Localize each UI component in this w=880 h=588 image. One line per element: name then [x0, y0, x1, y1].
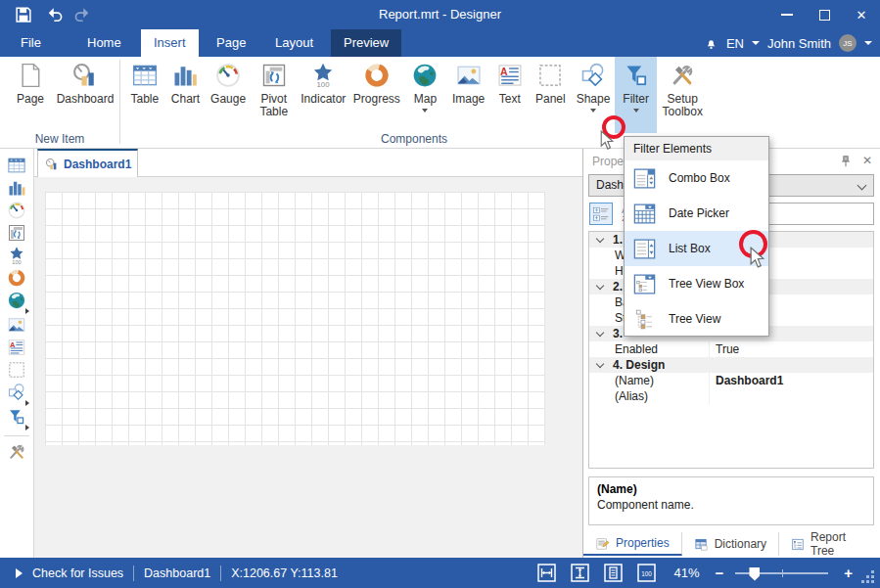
zoom-out-button[interactable]: − — [715, 565, 723, 581]
toolbox-setup-icon[interactable] — [7, 442, 26, 462]
tab-file[interactable]: File — [8, 29, 54, 57]
menu-item-combo-box[interactable]: Combo Box — [625, 160, 768, 196]
zoom-page-height-icon[interactable] — [571, 564, 589, 582]
panel-button[interactable]: Panel — [530, 57, 573, 133]
close-button[interactable]: ✕ — [843, 0, 880, 29]
minimize-button[interactable] — [768, 0, 806, 29]
indicator-button[interactable]: Indicator — [298, 57, 350, 133]
shape-dropdown-arrow-icon[interactable] — [590, 109, 596, 113]
tab-layout[interactable]: Layout — [262, 29, 326, 57]
toolbox-indicator-icon[interactable] — [7, 246, 26, 265]
categorized-icon — [592, 205, 610, 223]
status-coordinates: X:1206.67 Y:113.81 — [231, 566, 338, 580]
zoom-whole-page-icon[interactable] — [604, 564, 623, 582]
filter-dropdown-arrow-icon[interactable] — [633, 109, 639, 113]
page-tab-strip: Dashboard1 — [34, 149, 582, 177]
zoom-slider[interactable] — [735, 572, 828, 574]
chart-button[interactable]: Chart — [165, 57, 207, 133]
user-chevron-down-icon[interactable] — [864, 41, 872, 45]
date-picker-icon — [632, 202, 657, 226]
toolbox-image-icon[interactable] — [7, 315, 26, 335]
zoom-slider-tick — [782, 569, 783, 577]
page-tab-label: Dashboard1 — [64, 158, 131, 171]
filter-icon — [623, 62, 650, 89]
menu-item-date-picker[interactable]: Date Picker — [625, 196, 768, 231]
ribbon: Page Dashboard New Item Table Chart — [0, 57, 880, 149]
table-button[interactable]: Table — [124, 57, 165, 133]
zoom-100-icon[interactable]: 100 — [637, 564, 656, 582]
notifications-bell-icon[interactable] — [704, 36, 718, 51]
toolbox-map-flyout-arrow-icon[interactable] — [25, 308, 29, 314]
pin-icon[interactable] — [839, 155, 853, 168]
tab-page[interactable]: Page — [204, 29, 258, 57]
toolbox-text-icon[interactable] — [7, 338, 26, 357]
dashboard-button[interactable]: Dashboard — [53, 57, 117, 133]
dashboard-tab-icon — [45, 158, 59, 171]
toolbox-pivot-table-icon[interactable] — [7, 223, 26, 243]
text-button[interactable]: Text — [490, 57, 530, 133]
toolbox-progress-icon[interactable] — [7, 268, 26, 288]
toolbox-shape-icon[interactable] — [7, 383, 26, 402]
list-box-icon — [632, 237, 657, 261]
user-name[interactable]: John Smith — [767, 36, 831, 51]
resize-grip[interactable] — [861, 570, 875, 584]
toolbox-map-icon[interactable] — [7, 291, 26, 310]
properties-tab-icon — [595, 536, 610, 551]
progress-button[interactable]: Progress — [349, 57, 404, 133]
dashboard-grid-surface[interactable] — [45, 192, 545, 445]
page-button[interactable]: Page — [8, 57, 53, 133]
chart-icon — [171, 62, 199, 89]
image-button[interactable]: Image — [446, 57, 490, 133]
map-icon — [411, 62, 439, 89]
dictionary-tab-icon — [694, 537, 709, 552]
tab-report-tree[interactable]: Report Tree — [779, 532, 880, 556]
language-selector[interactable]: EN — [726, 36, 744, 51]
toolbox-chart-icon[interactable] — [7, 178, 26, 198]
language-chevron-down-icon[interactable] — [752, 41, 760, 45]
property-row-enabled[interactable]: EnabledTrue — [589, 341, 873, 357]
toolbox-table-icon[interactable] — [7, 156, 26, 175]
toolbox-filter-flyout-arrow-icon[interactable] — [25, 425, 29, 430]
zoom-slider-thumb[interactable] — [749, 567, 760, 581]
property-row-name[interactable]: (Name)Dashboard1 — [589, 373, 873, 388]
avatar[interactable]: JS — [839, 34, 857, 52]
tab-preview[interactable]: Preview — [331, 29, 401, 57]
zoom-percentage: 41% — [673, 565, 699, 580]
group-label-new-item: New Item — [0, 132, 119, 146]
page-tab-dashboard1[interactable]: Dashboard1 — [37, 149, 138, 177]
ribbon-group-new-item: Page Dashboard New Item — [0, 57, 119, 148]
dropdown-header: Filter Elements — [625, 137, 768, 160]
zoom-page-width-icon[interactable] — [537, 564, 556, 582]
tab-insert[interactable]: Insert — [141, 29, 199, 57]
categorized-view-button[interactable] — [589, 203, 613, 225]
setup-toolbox-button[interactable]: Setup Toolbox — [657, 57, 708, 133]
property-row-alias[interactable]: (Alias) — [589, 388, 873, 404]
menu-item-tree-view-box[interactable]: Tree View Box — [625, 266, 768, 301]
title-bar: Report.mrt - Designer ✕ — [0, 0, 880, 29]
pivot-table-icon — [260, 62, 288, 89]
toolbox-shape-flyout-arrow-icon[interactable] — [25, 400, 29, 406]
pivot-table-button[interactable]: Pivot Table — [251, 57, 298, 133]
status-page-name: Dashboard1 — [144, 566, 210, 580]
panel-close-icon[interactable]: ✕ — [862, 154, 872, 167]
tab-properties[interactable]: Properties — [583, 532, 682, 556]
check-for-issues-button[interactable]: Check for Issues — [32, 566, 123, 580]
zoom-in-button[interactable]: + — [844, 565, 853, 581]
gauge-button[interactable]: Gauge — [206, 57, 251, 133]
svg-text:100: 100 — [642, 570, 653, 577]
menu-item-tree-view[interactable]: Tree View — [625, 301, 768, 337]
indicator-icon — [309, 62, 337, 89]
property-section-design[interactable]: 4. Design — [589, 357, 873, 373]
toolbox-filter-icon[interactable] — [7, 407, 26, 427]
tab-dictionary[interactable]: Dictionary — [682, 532, 779, 556]
maximize-button[interactable] — [806, 0, 843, 29]
tab-home[interactable]: Home — [74, 29, 134, 57]
map-button[interactable]: Map — [404, 57, 447, 133]
design-canvas: Dashboard1 — [34, 149, 582, 558]
map-dropdown-arrow-icon[interactable] — [422, 109, 428, 113]
check-issues-play-icon[interactable] — [16, 568, 23, 578]
cursor-icon — [600, 130, 615, 151]
toolbox-gauge-icon[interactable] — [7, 201, 26, 220]
dashboard-icon — [71, 62, 99, 89]
toolbox-panel-icon[interactable] — [7, 360, 26, 380]
